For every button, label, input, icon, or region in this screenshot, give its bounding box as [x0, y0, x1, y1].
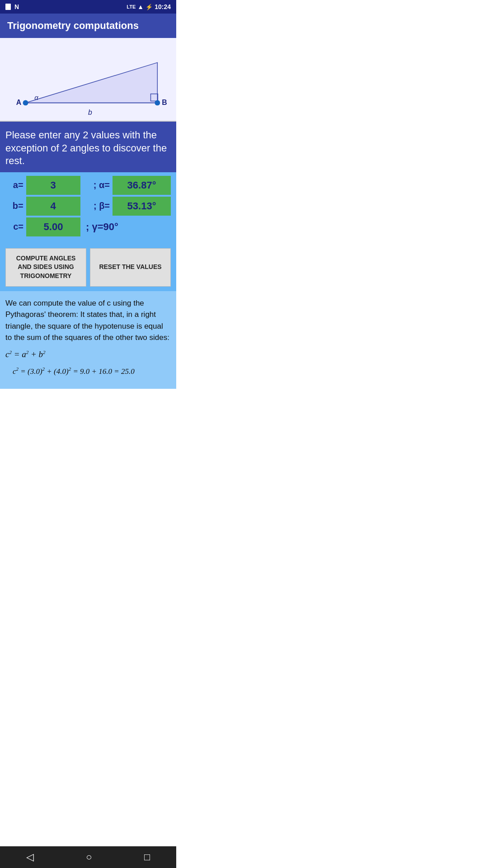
input-b[interactable]: [26, 197, 80, 216]
clock: 10:24: [155, 3, 171, 10]
status-left: N: [5, 3, 19, 10]
triangle-diagram: A B α b: [0, 38, 176, 122]
instruction-section: Please enter any 2 values with the excep…: [0, 122, 176, 172]
svg-marker-0: [26, 62, 158, 103]
label-a: a=: [5, 180, 23, 190]
triangle-svg: A B α b: [0, 38, 176, 121]
svg-text:A: A: [16, 99, 21, 106]
input-a[interactable]: [26, 176, 80, 195]
lte-icon: LTE: [127, 4, 136, 9]
input-grid: a= ; α= 36.87° b= ; β= 53.13° c= 5.00 ; …: [0, 172, 176, 244]
formula1: c2 = a2 + b2: [5, 348, 171, 361]
label-c: c=: [5, 222, 23, 232]
app-bar: Trigonometry computations: [0, 14, 176, 38]
battery-icon: ⚡: [145, 4, 153, 10]
svg-text:b: b: [88, 108, 92, 116]
input-row-c: c= 5.00 ; γ=90°: [5, 217, 171, 236]
n-icon: N: [14, 3, 19, 10]
svg-point-4: [155, 100, 160, 105]
reset-button[interactable]: RESET THE VALUES: [90, 248, 171, 287]
value-c: 5.00: [26, 217, 80, 236]
label-beta: ; β=: [83, 201, 110, 211]
result-section: We can compute the value of c using the …: [0, 291, 176, 389]
value-gamma: ; γ=90°: [83, 217, 121, 236]
svg-text:α: α: [34, 94, 38, 101]
app-title: Trigonometry computations: [7, 20, 139, 31]
label-alpha: ; α=: [83, 180, 110, 190]
button-row: COMPUTE ANGLES AND SIDES USING TRIGONOME…: [0, 244, 176, 291]
status-right: LTE ▲ ⚡ 10:24: [127, 3, 171, 10]
value-alpha: 36.87°: [113, 176, 171, 195]
compute-button[interactable]: COMPUTE ANGLES AND SIDES USING TRIGONOME…: [5, 248, 86, 287]
svg-point-3: [23, 100, 28, 105]
input-row-b: b= ; β= 53.13°: [5, 197, 171, 216]
instruction-text: Please enter any 2 values with the excep…: [5, 129, 167, 166]
result-paragraph: We can compute the value of c using the …: [5, 297, 171, 344]
formula2: c2 = (3.0)2 + (4.0)2 = 9.0 + 16.0 = 25.0: [13, 365, 171, 377]
value-beta: 53.13°: [113, 197, 171, 216]
status-bar: N LTE ▲ ⚡ 10:24: [0, 0, 176, 14]
svg-text:B: B: [162, 99, 167, 106]
input-row-a: a= ; α= 36.87°: [5, 176, 171, 195]
sim-icon: [5, 4, 11, 10]
label-b: b=: [5, 201, 23, 211]
signal-icon: ▲: [137, 3, 144, 10]
